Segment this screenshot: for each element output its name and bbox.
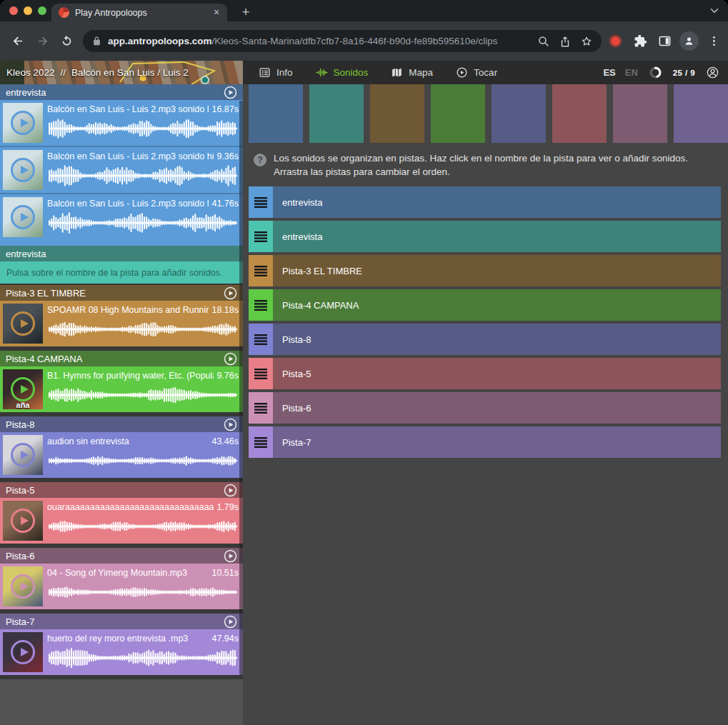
track-row[interactable]: entrevista: [249, 221, 721, 252]
clip-play-button[interactable]: [11, 574, 35, 599]
track-row[interactable]: Pista-3 EL TIMBRE: [249, 255, 721, 286]
drag-handle[interactable]: [249, 255, 273, 286]
track-row[interactable]: Pista-8: [249, 324, 721, 355]
clip-play-button[interactable]: [11, 509, 35, 533]
nav-item-info[interactable]: Info: [259, 66, 293, 79]
track-header[interactable]: Pista-6: [0, 548, 243, 564]
track-row-body[interactable]: Pista-6: [273, 392, 721, 424]
track-header[interactable]: entrevista: [0, 246, 243, 261]
track-color-swatch[interactable]: [249, 84, 303, 143]
drag-handle[interactable]: [249, 392, 273, 424]
track-color-swatch[interactable]: [552, 84, 607, 143]
drag-handle[interactable]: [249, 186, 273, 218]
side-panel-icon[interactable]: [652, 29, 677, 54]
track-row-body[interactable]: entrevista: [273, 221, 721, 252]
track-row-body[interactable]: Pista-5: [273, 358, 721, 389]
drag-handle[interactable]: [249, 426, 273, 458]
track-play-button[interactable]: [224, 418, 237, 431]
audio-clip[interactable]: SPOAMR 08 High Mountains and Running ...…: [0, 301, 243, 346]
track-row[interactable]: Pista-5: [249, 358, 721, 389]
nav-item-mapa[interactable]: Mapa: [391, 66, 433, 79]
lang-en-button[interactable]: EN: [625, 67, 638, 78]
recording-extension-icon[interactable]: [609, 34, 622, 48]
track-color-swatch[interactable]: [309, 84, 364, 143]
forward-button[interactable]: [30, 29, 54, 54]
track-row-body[interactable]: Pista-3 EL TIMBRE: [273, 255, 721, 286]
zoom-level-icon[interactable]: [533, 31, 554, 51]
audio-clip[interactable]: 04 - Song of Yimeng Mountain.mp310.51s: [0, 564, 243, 609]
track-play-button[interactable]: [224, 615, 237, 629]
clip-thumbnail: [3, 150, 43, 190]
clip-play-button[interactable]: [11, 205, 35, 229]
lock-icon[interactable]: [91, 36, 102, 46]
drag-handle[interactable]: [249, 358, 273, 389]
clip-play-button[interactable]: [11, 111, 35, 135]
track-row-body[interactable]: Pista-4 CAMPANA: [273, 289, 721, 321]
address-bar[interactable]: app.antropoloops.com/Kleos-Santa-Marina/…: [83, 30, 602, 52]
track-row[interactable]: Pista-6: [249, 392, 721, 424]
audio-clip[interactable]: audion sin entrevista43.46s: [0, 432, 243, 478]
audio-clip[interactable]: huerto del rey moro entrevista .mp347.94…: [0, 629, 243, 675]
track-header[interactable]: entrevista: [0, 84, 243, 100]
track-header[interactable]: Pista-8: [0, 416, 243, 432]
track-row-body[interactable]: Pista-7: [273, 426, 721, 458]
track-color-swatch[interactable]: [674, 84, 728, 143]
close-window-button[interactable]: [9, 6, 18, 15]
track-row-body[interactable]: entrevista: [273, 186, 721, 218]
account-icon[interactable]: [706, 66, 719, 79]
track-row-body[interactable]: Pista-8: [273, 324, 721, 355]
audio-clip[interactable]: Balcón en San Luis - Luis 2.mp3 sonido h…: [0, 193, 243, 240]
nav-item-tocar[interactable]: Tocar: [456, 66, 497, 79]
track-row[interactable]: Pista-7: [249, 426, 721, 458]
clip-play-button[interactable]: [11, 640, 35, 664]
track-play-button[interactable]: [224, 286, 237, 300]
zoom-window-button[interactable]: [38, 6, 46, 15]
tab-close-icon[interactable]: ×: [210, 6, 223, 19]
tab-search-chevron-icon[interactable]: [708, 4, 721, 17]
track-color-swatch[interactable]: [492, 84, 546, 143]
browser-tab[interactable]: Play Antropoloops ×: [51, 4, 227, 21]
track-play-button[interactable]: [224, 484, 237, 497]
profile-avatar[interactable]: [679, 31, 699, 51]
drag-handle[interactable]: [249, 289, 273, 321]
track-row[interactable]: Pista-4 CAMPANA: [249, 289, 721, 321]
audio-clip[interactable]: Balcón en San Luis - Luis 2.mp3 sonido h…: [0, 146, 243, 193]
track-color-swatch[interactable]: [613, 84, 667, 143]
track-header[interactable]: Pista-3 EL TIMBRE: [0, 285, 243, 301]
clip-play-button[interactable]: [11, 311, 35, 336]
track-header[interactable]: Pista-5: [0, 482, 243, 498]
lang-es-button[interactable]: ES: [603, 67, 615, 78]
clip-thumbnail: aña: [3, 369, 43, 409]
track-row[interactable]: entrevista: [249, 186, 721, 218]
nav-item-sonidos[interactable]: Sonidos: [316, 66, 369, 79]
clip-duration: 10.51s: [211, 568, 239, 578]
audio-clip[interactable]: Balcón en San Luis - Luis 2.mp3 sonido h…: [0, 100, 243, 146]
browser-menu-kebab-icon[interactable]: [702, 29, 726, 54]
sidebar-scrollbar[interactable]: [239, 101, 243, 676]
project-map-thumbnail[interactable]: Kleos 2022 // Balcón en San Luis / Luis …: [0, 61, 243, 84]
clip-play-button[interactable]: [11, 158, 35, 182]
track-play-button[interactable]: [224, 86, 237, 99]
minimize-window-button[interactable]: [24, 6, 32, 15]
reload-button[interactable]: [54, 29, 79, 54]
track-play-button[interactable]: [224, 549, 237, 563]
clip-play-button[interactable]: [11, 377, 35, 401]
clip-content: Balcón en San Luis - Luis 2.mp3 sonido h…: [43, 194, 243, 240]
back-button[interactable]: [6, 29, 30, 54]
track-color-swatch[interactable]: [431, 84, 485, 143]
breadcrumb-project[interactable]: Kleos 2022: [6, 67, 55, 78]
bookmark-star-icon[interactable]: [576, 31, 597, 51]
track-header[interactable]: Pista-4 CAMPANA: [0, 351, 243, 366]
track-color-swatch[interactable]: [370, 84, 424, 143]
drag-handle[interactable]: [249, 324, 273, 355]
track-play-button[interactable]: [224, 352, 237, 366]
drag-handle[interactable]: [249, 221, 273, 252]
audio-clip[interactable]: ouaraaaaaaaaaaaaaaaaaaaaaaaaaaaaaaaaaaaa…: [0, 498, 243, 544]
audio-clip[interactable]: añaB1. Hymns for purifying water, Etc. (…: [0, 366, 243, 412]
clip-title-row: audion sin entrevista43.46s: [47, 436, 239, 446]
track-header[interactable]: Pista-7: [0, 614, 243, 629]
clip-play-button[interactable]: [11, 443, 35, 467]
share-icon[interactable]: [554, 31, 576, 51]
extensions-puzzle-icon[interactable]: [628, 29, 652, 54]
new-tab-button[interactable]: +: [236, 3, 255, 21]
